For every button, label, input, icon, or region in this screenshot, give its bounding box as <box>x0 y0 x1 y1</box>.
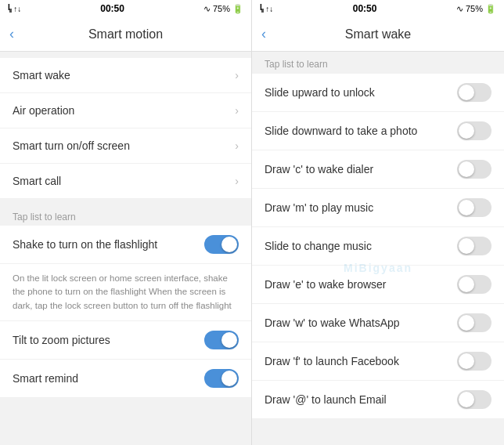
right-item-1[interactable]: Slide downward to take a photo <box>252 112 504 150</box>
right-item-4-toggle[interactable] <box>457 237 491 255</box>
tilt-zoom-knob <box>221 332 237 348</box>
smart-remind-row[interactable]: Smart remind <box>0 360 251 398</box>
left-status-right: ∿ 75% 🔋 <box>203 4 243 14</box>
tilt-zoom-row[interactable]: Tilt to zoom pictures <box>0 321 251 360</box>
smart-remind-knob <box>221 371 237 386</box>
right-carrier: ↑↓ <box>265 5 273 13</box>
right-time: 00:50 <box>353 3 377 14</box>
right-item-6-label: Draw 'w' to wake WhatsApp <box>265 317 457 329</box>
right-item-2-toggle[interactable] <box>457 160 491 179</box>
left-panel: Ill ↑↓ 00:50 ∿ 75% 🔋 ‹ Smart motion Smar… <box>0 0 252 445</box>
right-item-1-toggle[interactable] <box>457 121 491 140</box>
right-item-0-label: Slide upward to unlock <box>265 86 457 99</box>
right-item-2-label: Draw 'c' to wake dialer <box>265 163 457 175</box>
flashlight-row[interactable]: Shake to turn on the flashlight <box>0 226 251 264</box>
left-back-button[interactable]: ‹ <box>9 26 14 42</box>
smart-wake-item[interactable]: Smart wake › <box>0 58 251 93</box>
smart-wake-chevron: › <box>235 69 239 81</box>
right-item-8[interactable]: Draw '@' to launch Email <box>252 381 504 419</box>
right-item-3-toggle[interactable] <box>457 198 491 217</box>
right-item-8-label: Draw '@' to launch Email <box>265 393 457 406</box>
right-item-4-knob <box>459 238 474 254</box>
right-item-2[interactable]: Draw 'c' to wake dialer <box>252 150 504 189</box>
smart-call-item[interactable]: Smart call › <box>0 164 251 199</box>
right-wifi-icon: ∿ <box>456 4 463 14</box>
right-item-4-label: Slide to change music <box>265 240 457 252</box>
left-time: 00:50 <box>100 3 124 14</box>
air-operation-label: Air operation <box>13 104 74 117</box>
right-content: Tap list to learn Slide upward to unlock… <box>252 52 504 445</box>
left-signal-icon: Ill <box>8 3 11 14</box>
right-status-right: ∿ 75% 🔋 <box>456 4 496 14</box>
left-section-label: Tap list to learn <box>0 205 251 226</box>
right-panel: Ill ↑↓ 00:50 ∿ 75% 🔋 ‹ Smart wake Tap li… <box>252 0 504 445</box>
right-item-4[interactable]: Slide to change music <box>252 227 504 266</box>
air-operation-chevron: › <box>235 104 239 117</box>
right-item-7-knob <box>459 353 474 369</box>
right-item-1-label: Slide downward to take a photo <box>265 125 457 137</box>
right-signal-icon: Ill <box>260 3 263 14</box>
right-item-5-knob <box>459 277 474 292</box>
flashlight-desc-block: On the lit lock screen or home screen in… <box>0 264 251 321</box>
right-item-6[interactable]: Draw 'w' to wake WhatsApp <box>252 304 504 342</box>
tilt-zoom-label: Tilt to zoom pictures <box>13 334 204 346</box>
right-item-3[interactable]: Draw 'm' to play music <box>252 189 504 227</box>
right-item-1-knob <box>459 123 474 139</box>
right-page-title: Smart wake <box>345 27 411 42</box>
right-battery-icon: 🔋 <box>485 4 496 14</box>
smart-screen-label: Smart turn on/off screen <box>13 139 130 152</box>
right-header: ‹ Smart wake <box>252 17 504 52</box>
right-item-3-knob <box>459 200 474 215</box>
left-carrier: ↑↓ <box>13 5 21 13</box>
left-bottom-divider <box>0 398 251 404</box>
right-item-0-toggle[interactable] <box>457 83 491 102</box>
right-bottom-divider <box>252 419 504 435</box>
smart-screen-chevron: › <box>235 139 239 152</box>
right-item-6-toggle[interactable] <box>457 313 491 332</box>
right-item-5-toggle[interactable] <box>457 275 491 294</box>
left-battery-icon: 🔋 <box>232 4 243 14</box>
right-item-7-toggle[interactable] <box>457 352 491 371</box>
flashlight-toggle-knob <box>221 237 237 252</box>
smart-remind-toggle[interactable] <box>204 369 239 388</box>
tilt-zoom-toggle[interactable] <box>204 331 239 349</box>
left-wifi-icon: ∿ <box>203 4 211 14</box>
left-top-divider <box>0 52 251 58</box>
right-status-left: Ill ↑↓ <box>260 3 273 14</box>
right-item-5[interactable]: Draw 'e' to wake browser <box>252 266 504 304</box>
right-status-bar: Ill ↑↓ 00:50 ∿ 75% 🔋 <box>252 0 504 17</box>
flashlight-desc: On the lit lock screen or home screen in… <box>13 272 239 313</box>
right-item-7-label: Draw 'f' to launch Facebook <box>265 355 457 367</box>
left-content: Smart wake › Air operation › Smart turn … <box>0 52 251 445</box>
right-item-8-knob <box>459 392 474 407</box>
air-operation-item[interactable]: Air operation › <box>0 93 251 128</box>
left-status-bar: Ill ↑↓ 00:50 ∿ 75% 🔋 <box>0 0 251 17</box>
right-section-label: Tap list to learn <box>252 52 504 74</box>
right-back-button[interactable]: ‹ <box>261 26 266 42</box>
flashlight-label: Shake to turn on the flashlight <box>13 238 204 251</box>
left-status-left: Ill ↑↓ <box>8 3 21 14</box>
left-header: ‹ Smart motion <box>0 17 251 52</box>
flashlight-toggle[interactable] <box>204 235 239 254</box>
right-item-7[interactable]: Draw 'f' to launch Facebook <box>252 342 504 381</box>
left-battery-pct: 75% <box>213 4 230 13</box>
smart-call-chevron: › <box>235 175 239 187</box>
right-item-5-label: Draw 'e' to wake browser <box>265 278 457 291</box>
right-item-2-knob <box>459 161 474 177</box>
smart-remind-label: Smart remind <box>13 372 204 385</box>
smart-call-label: Smart call <box>13 175 61 187</box>
smart-wake-label: Smart wake <box>13 69 70 81</box>
right-item-8-toggle[interactable] <box>457 390 491 409</box>
right-item-6-knob <box>459 315 474 331</box>
right-item-0[interactable]: Slide upward to unlock <box>252 74 504 112</box>
right-battery-pct: 75% <box>466 4 483 13</box>
smart-screen-item[interactable]: Smart turn on/off screen › <box>0 128 251 164</box>
right-item-3-label: Draw 'm' to play music <box>265 201 457 214</box>
left-section-divider <box>0 199 251 205</box>
right-item-0-knob <box>459 85 474 100</box>
left-page-title: Smart motion <box>88 27 163 42</box>
